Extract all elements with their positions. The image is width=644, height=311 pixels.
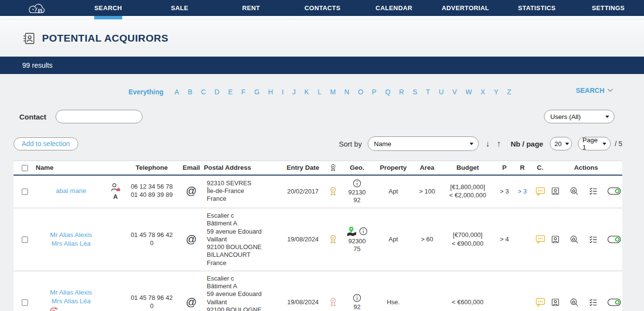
nav-item-search[interactable]: SEARCH [72, 0, 144, 16]
header-budget: Budget [441, 161, 495, 175]
letter-filter-W[interactable]: W [466, 88, 472, 96]
users-select[interactable]: Users (All) [544, 110, 615, 123]
nav-item-rent[interactable]: RENT [215, 0, 287, 16]
letter-filter-S[interactable]: S [413, 88, 417, 96]
property-match-search-icon[interactable] [570, 296, 579, 308]
letter-filter-everything[interactable]: Everything [129, 88, 163, 96]
info-icon[interactable] [358, 226, 368, 236]
page-select[interactable]: Page 1 [578, 137, 611, 150]
nb-per-page-label: Nb / page [511, 140, 544, 148]
row-checkbox[interactable] [22, 189, 28, 195]
add-to-selection-button[interactable]: Add to selection [14, 137, 78, 150]
entry-date-cell: 19/08/2024 [281, 271, 325, 311]
checklist-icon[interactable] [588, 185, 598, 197]
letter-filter-Z[interactable]: Z [507, 88, 512, 96]
letter-filter-X[interactable]: X [481, 88, 485, 96]
contact-name-link[interactable]: Mrs Alias Léa [51, 239, 90, 248]
contact-card-icon[interactable] [551, 185, 560, 197]
letter-filter-G[interactable]: G [254, 88, 259, 96]
letter-filter-M[interactable]: M [330, 88, 336, 96]
property-match-search-icon[interactable] [570, 185, 579, 197]
r-cell [514, 271, 530, 311]
caret-down-icon [565, 143, 569, 145]
nav-item-sale[interactable]: SALE [144, 0, 215, 16]
area-cell: > 60 [414, 208, 441, 271]
contact-search-input[interactable] [56, 110, 143, 123]
letter-filter-Y[interactable]: Y [494, 88, 498, 96]
contact-name-link[interactable]: Mrs Alias Léa [51, 297, 90, 306]
table-header-row: Name Telephone Email Postal Address Entr… [14, 161, 622, 175]
active-toggle[interactable] [607, 186, 621, 196]
email-icon[interactable]: @ [186, 296, 197, 308]
map-pin-icon[interactable] [346, 226, 358, 237]
letter-filter-N[interactable]: N [344, 88, 349, 96]
sort-ascending-button[interactable]: ↑ [497, 139, 501, 148]
nav-item-contacts[interactable]: CONTACTS [287, 0, 358, 16]
nav-item-calendar[interactable]: CALENDAR [358, 0, 430, 16]
per-page-select[interactable]: 20 [550, 137, 572, 150]
letter-filter-E[interactable]: E [228, 88, 232, 96]
comment-bubble-icon[interactable] [535, 296, 546, 308]
p-cell: > 4 [495, 208, 514, 271]
contact-name-link[interactable]: Mr Alias Alexis [50, 288, 92, 297]
row-checkbox[interactable] [22, 237, 28, 243]
nav-item-advertorial[interactable]: ADVERTORIAL [429, 0, 501, 16]
select-all-checkbox[interactable] [22, 165, 28, 171]
header-property: Property [373, 161, 414, 175]
letter-filter-F[interactable]: F [242, 88, 246, 96]
letter-filter-J[interactable]: J [292, 88, 296, 96]
checklist-icon[interactable] [588, 234, 598, 245]
info-icon[interactable] [352, 178, 362, 188]
checklist-icon[interactable] [588, 296, 598, 308]
sort-descending-button[interactable]: ↓ [486, 139, 490, 148]
email-icon[interactable]: @ [186, 233, 197, 245]
active-toggle[interactable] [607, 297, 621, 307]
property-cell: Apt [373, 208, 414, 271]
contact-card-icon[interactable] [551, 296, 560, 308]
contact-name-link[interactable]: Mr Alias Alexis [50, 231, 92, 239]
sort-select-value: Name [374, 140, 391, 148]
letter-filter-R[interactable]: R [399, 88, 404, 96]
search-criteria-toggle[interactable]: SEARCH [576, 87, 613, 94]
nav-item-statistics[interactable]: STATISTICS [501, 0, 572, 16]
letter-filter-C[interactable]: C [201, 88, 206, 96]
letter-filter-V[interactable]: V [452, 88, 457, 96]
contact-name-link[interactable]: abal marie [56, 187, 86, 195]
letter-filter-D[interactable]: D [215, 88, 219, 96]
active-toggle[interactable] [607, 235, 621, 244]
email-icon[interactable]: @ [186, 185, 197, 197]
comment-bubble-icon[interactable] [535, 186, 546, 197]
comment-bubble-icon[interactable] [535, 234, 546, 245]
actions-cell [551, 185, 621, 197]
r-cell [514, 208, 530, 271]
letter-filter-A[interactable]: A [174, 88, 179, 96]
info-icon[interactable] [352, 293, 362, 303]
geo-cell: 9213092 [341, 175, 373, 208]
letter-filter-B[interactable]: B [188, 88, 192, 96]
letter-filter-I[interactable]: I [282, 88, 284, 96]
contacts-book-icon [22, 32, 35, 45]
header-postal-address: Postal Address [204, 161, 281, 175]
letter-filter-Q[interactable]: Q [385, 88, 390, 96]
letter-filter-L[interactable]: L [317, 88, 321, 96]
sort-select[interactable]: Name [368, 136, 479, 151]
contact-card-icon[interactable] [551, 234, 560, 245]
property-match-search-icon[interactable] [570, 234, 579, 245]
letter-filter-K[interactable]: K [304, 88, 309, 96]
row-checkbox[interactable] [22, 299, 28, 306]
letter-filter-H[interactable]: H [268, 88, 273, 96]
letter-filter-U[interactable]: U [439, 88, 444, 96]
nav-menu: SEARCH SALE RENT CONTACTS CALENDAR ADVER… [72, 0, 644, 16]
r-cell: > 3 [514, 175, 530, 208]
letter-filter-P[interactable]: P [372, 88, 376, 96]
app-logo[interactable] [0, 1, 72, 15]
header-c: C. [530, 161, 550, 175]
telephone-cell: 01 45 78 96 420 [126, 294, 178, 311]
medal-icon [329, 163, 337, 172]
letter-filter-O[interactable]: O [358, 88, 363, 96]
table-row: Mr Alias Alexis Mrs Alias Léa 01 45 78 9… [14, 208, 622, 271]
header-badges [106, 161, 125, 175]
letter-filter-T[interactable]: T [426, 88, 430, 96]
p-cell: > 3 [495, 175, 514, 208]
nav-item-settings[interactable]: SETTINGS [572, 0, 644, 16]
